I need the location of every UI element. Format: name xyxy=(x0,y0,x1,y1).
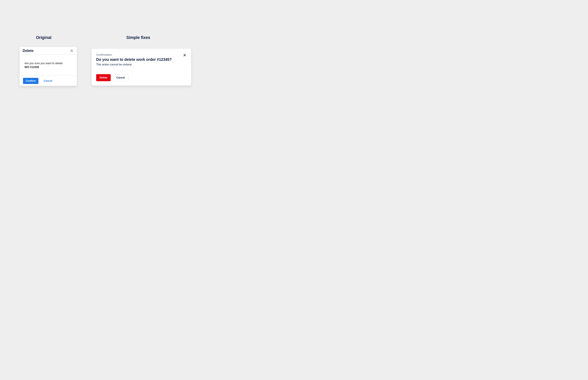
cancel-link[interactable]: Cancel xyxy=(43,78,53,84)
dialog-footer: Confirm Cancel xyxy=(20,76,77,86)
section-heading-fixes: Simple fixes xyxy=(126,35,150,40)
dialog-eyebrow: Confirmation xyxy=(96,53,186,57)
dialog-item: WO #12345 xyxy=(24,66,72,69)
close-icon xyxy=(183,54,186,57)
dialog-simple-fixes: Confirmation Do you want to delete work … xyxy=(91,49,191,85)
confirm-button[interactable]: Confirm xyxy=(23,78,38,84)
close-button[interactable] xyxy=(183,53,186,57)
dialog-subtitle: This action cannot be undone. xyxy=(96,63,186,66)
dialog-prompt: Are you sure you want to delete: xyxy=(24,62,72,65)
dialog-title: Do you want to delete work order #12345? xyxy=(96,57,186,62)
close-button[interactable] xyxy=(70,49,74,53)
delete-button[interactable]: Delete xyxy=(96,74,111,81)
dialog-title: Delete xyxy=(23,49,34,53)
section-heading-original: Original xyxy=(36,35,52,40)
cancel-button[interactable]: Cancel xyxy=(113,74,128,81)
dialog-body: Are you sure you want to delete: WO #123… xyxy=(20,55,77,76)
dialog-header: Delete xyxy=(20,47,77,55)
close-icon xyxy=(70,49,73,52)
dialog-original: Delete Are you sure you want to delete: … xyxy=(20,47,77,86)
dialog-footer: Delete Cancel xyxy=(96,74,128,81)
